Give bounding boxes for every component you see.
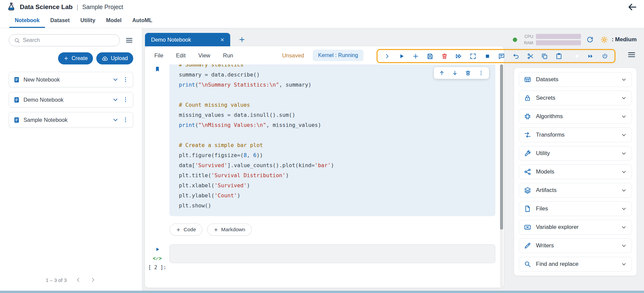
- create-button[interactable]: Create: [58, 52, 93, 64]
- chevron-down-icon[interactable]: [621, 113, 627, 119]
- instance-size-label: : Medium: [611, 36, 637, 43]
- settings-gear-icon[interactable]: [600, 36, 608, 44]
- comments-button[interactable]: [498, 53, 505, 60]
- stop-kernel-button[interactable]: [484, 53, 491, 60]
- back-arrow-icon[interactable]: [627, 2, 637, 12]
- menu-edit[interactable]: Edit: [176, 52, 186, 59]
- add-markdown-cell-button[interactable]: Markdown: [207, 224, 252, 236]
- pagination-prev-icon[interactable]: [75, 277, 82, 283]
- refresh-icon[interactable]: [586, 36, 594, 43]
- panel-item-writers[interactable]: Writers: [519, 238, 632, 253]
- add-code-cell-button[interactable]: Code: [169, 224, 202, 236]
- copy-cell-button[interactable]: [541, 53, 548, 60]
- fullscreen-button[interactable]: [469, 53, 477, 60]
- utility-icon: [524, 150, 531, 157]
- chevron-down-icon[interactable]: [621, 77, 627, 83]
- chevron-down-icon[interactable]: [621, 169, 627, 175]
- chevron-down-icon[interactable]: [621, 224, 627, 230]
- mode-toggle-button[interactable]: [570, 51, 580, 61]
- files-icon: [524, 205, 531, 212]
- chevron-down-icon[interactable]: [621, 150, 627, 156]
- panel-item-label: Utility: [536, 150, 616, 157]
- code-cell[interactable]: # Summary statisticssummary = data.descr…: [169, 64, 495, 216]
- kebab-menu-icon[interactable]: [122, 116, 129, 123]
- system-info: CPU: RAM: : Medium: [513, 34, 639, 45]
- sidebar-hamburger-icon[interactable]: [125, 36, 133, 44]
- move-cell-down-button[interactable]: [452, 70, 458, 76]
- cloud-upload-icon: [102, 55, 108, 62]
- datasets-icon: [524, 76, 531, 83]
- move-cell-up-button[interactable]: [439, 70, 445, 76]
- search-input[interactable]: [23, 37, 115, 43]
- panel-item-label: Find and replace: [536, 261, 616, 267]
- panel-item-find-and-replace[interactable]: Find and replace: [519, 257, 632, 272]
- undo-button[interactable]: [512, 53, 519, 60]
- panel-hamburger-icon[interactable]: [627, 50, 636, 59]
- add-cell-button[interactable]: [412, 53, 419, 60]
- notebook-list-item[interactable]: Sample Notebook: [9, 112, 133, 128]
- run-selection-button[interactable]: [384, 53, 391, 60]
- scrollbar-thumb[interactable]: [500, 64, 503, 230]
- run-cell-button[interactable]: [398, 53, 405, 60]
- search-box[interactable]: [9, 34, 120, 46]
- upload-button[interactable]: Upload: [96, 52, 133, 64]
- panel-item-models[interactable]: Models: [519, 164, 632, 179]
- tab-demo-notebook[interactable]: Demo Notebook: [145, 33, 230, 46]
- chevron-down-icon[interactable]: [621, 206, 627, 212]
- panel-item-transforms[interactable]: Transforms: [519, 128, 632, 142]
- paste-cell-button[interactable]: [555, 53, 562, 60]
- panel-item-variable-explorer[interactable]: Variable explorer: [519, 220, 632, 235]
- execution-count-label: [ 2 ]:: [148, 264, 166, 271]
- chevron-down-icon[interactable]: [621, 187, 627, 193]
- chevron-down-icon[interactable]: [112, 96, 119, 103]
- code-line: print("\nSummary Statistics:\n", summary…: [179, 80, 487, 90]
- pagination-next-icon[interactable]: [90, 277, 96, 283]
- nav-tab-model[interactable]: Model: [101, 14, 127, 28]
- menu-file[interactable]: File: [154, 52, 163, 59]
- cell-more-options-button[interactable]: [478, 70, 484, 76]
- panel-item-secrets[interactable]: Secrets: [519, 91, 632, 105]
- panel-item-label: Files: [536, 205, 616, 212]
- secrets-icon: [524, 94, 531, 102]
- nav-tab-notebook[interactable]: Notebook: [9, 14, 45, 28]
- notebook-editor-card: FileEditViewRun Unsaved Kernel : Running…: [145, 46, 504, 288]
- chevron-down-icon[interactable]: [621, 132, 627, 138]
- nav-tab-automl[interactable]: AutoML: [127, 14, 158, 28]
- code-line: [179, 90, 487, 100]
- notebook-icon: [13, 116, 20, 124]
- panel-item-artifacts[interactable]: Artifacts: [519, 183, 632, 198]
- notebook-scrollbar[interactable]: [500, 64, 503, 288]
- panel-item-datasets[interactable]: Datasets: [519, 72, 632, 87]
- chevron-down-icon[interactable]: [621, 243, 627, 249]
- tab-label: Demo Notebook: [151, 37, 191, 43]
- chevron-down-icon[interactable]: [621, 261, 627, 267]
- close-tab-icon[interactable]: [220, 37, 225, 42]
- notebook-list-item[interactable]: New Notebook: [9, 72, 133, 87]
- kebab-menu-icon[interactable]: [122, 96, 129, 103]
- run-cell-icon[interactable]: [154, 246, 160, 252]
- notebook-list-item[interactable]: Demo Notebook: [9, 92, 133, 107]
- variable-explorer-icon: [524, 224, 531, 231]
- run-all-button[interactable]: [455, 53, 462, 60]
- cut-cell-button[interactable]: [527, 53, 534, 60]
- nav-tab-dataset[interactable]: Dataset: [45, 14, 75, 28]
- add-tab-icon[interactable]: [238, 36, 246, 43]
- delete-button[interactable]: [441, 53, 448, 60]
- save-notebook-button[interactable]: [427, 53, 434, 60]
- kernel-ready-indicator: <✓>: [153, 255, 162, 261]
- panel-item-algorithms[interactable]: Algorithms: [519, 109, 632, 124]
- shutdown-button[interactable]: [601, 53, 608, 60]
- kebab-menu-icon[interactable]: [122, 76, 129, 83]
- panel-item-utility[interactable]: Utility: [519, 146, 632, 161]
- chevron-down-icon[interactable]: [112, 76, 119, 83]
- chevron-down-icon[interactable]: [112, 116, 119, 123]
- chevron-down-icon[interactable]: [621, 95, 627, 101]
- nav-tab-utility[interactable]: Utility: [75, 14, 101, 28]
- run-to-end-button[interactable]: [587, 53, 594, 60]
- notebook-scroll-area: # Summary statisticssummary = data.descr…: [145, 64, 504, 288]
- menu-view[interactable]: View: [198, 52, 210, 59]
- menu-run[interactable]: Run: [223, 52, 233, 59]
- empty-code-cell[interactable]: [169, 244, 495, 263]
- panel-item-files[interactable]: Files: [519, 201, 632, 216]
- delete-cell-button[interactable]: [465, 70, 471, 76]
